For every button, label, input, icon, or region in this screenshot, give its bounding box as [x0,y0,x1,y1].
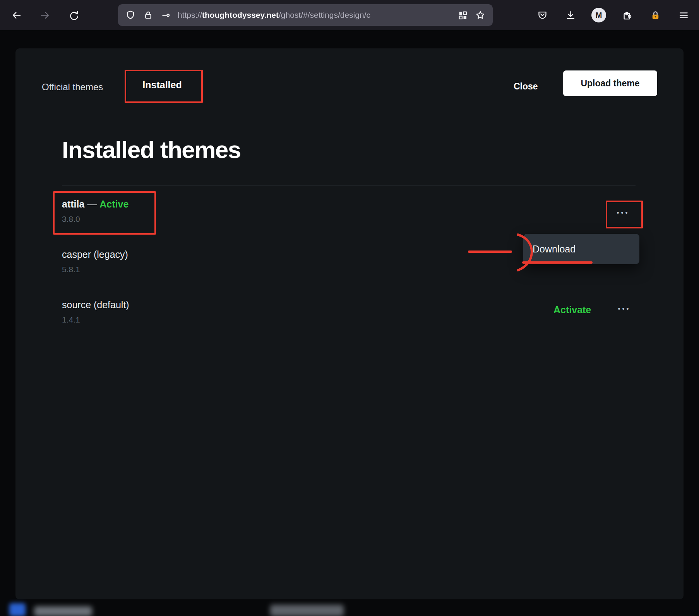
url-path: /ghost/#/settings/design/c [279,10,370,19]
password-manager-extension-icon[interactable] [646,6,665,24]
theme-settings-modal: Official themes Installed Close Upload t… [15,48,684,599]
browser-toolbar: https://thoughtodyssey.net/ghost/#/setti… [0,0,699,30]
downloads-icon[interactable] [561,6,580,24]
theme-version: 3.8.0 [62,214,80,224]
grid-icon[interactable] [456,9,469,21]
theme-row-attila-name: attila — Active [62,199,128,210]
theme-name-text: attila [62,199,84,209]
theme-menu-button-attila[interactable]: ••• [606,201,640,225]
theme-status-active: Active [99,199,128,209]
theme-version: 5.8.1 [62,265,80,274]
toolbar-nav-right: M [533,0,693,30]
tracking-shield-icon[interactable] [124,9,137,21]
avatar-initial: M [591,8,606,22]
blurred-taskbar-item [9,603,26,616]
divider [62,185,636,185]
url-scheme: https:// [178,10,202,19]
theme-row-casper-name: casper (legacy) [62,249,128,260]
theme-row-source-name: source (default) [62,299,129,311]
arrow-left-icon [11,10,22,21]
url-bar[interactable]: https://thoughtodyssey.net/ghost/#/setti… [118,4,493,26]
url-text: https://thoughtodyssey.net/ghost/#/setti… [178,10,451,20]
reload-button[interactable] [64,6,83,24]
toolbar-nav-left [7,0,83,30]
url-domain: thoughtodyssey.net [202,10,279,19]
reload-icon [69,10,79,21]
pocket-icon[interactable] [533,6,552,24]
blurred-taskbar-item [270,605,344,616]
bookmark-star-icon[interactable] [474,9,487,21]
tab-installed[interactable]: Installed [125,70,200,100]
theme-dash: — [84,199,99,209]
tab-official-themes[interactable]: Official themes [42,82,103,93]
forward-button[interactable] [36,6,54,24]
page-title: Installed themes [62,136,241,163]
ellipsis-icon: ••• [617,209,630,217]
theme-context-menu: Download [523,234,639,264]
extensions-puzzle-icon[interactable] [618,6,636,24]
arrow-right-icon [40,10,50,21]
activate-link-source[interactable]: Activate [553,304,591,316]
ellipsis-icon: ••• [618,305,631,313]
menu-item-download[interactable]: Download [533,244,576,255]
permissions-icon[interactable] [160,9,172,21]
tab-installed-label: Installed [142,79,182,91]
theme-version: 1.4.1 [62,315,80,324]
back-button[interactable] [7,6,26,24]
lock-icon[interactable] [142,9,154,21]
close-button[interactable]: Close [514,81,538,92]
hamburger-menu-icon[interactable] [674,6,693,24]
upload-theme-button[interactable]: Upload theme [563,70,657,96]
blurred-taskbar-item [34,606,92,616]
account-avatar[interactable]: M [589,6,608,24]
screenshot-stage: https://thoughtodyssey.net/ghost/#/setti… [0,0,699,616]
theme-menu-button-source[interactable]: ••• [608,298,641,320]
